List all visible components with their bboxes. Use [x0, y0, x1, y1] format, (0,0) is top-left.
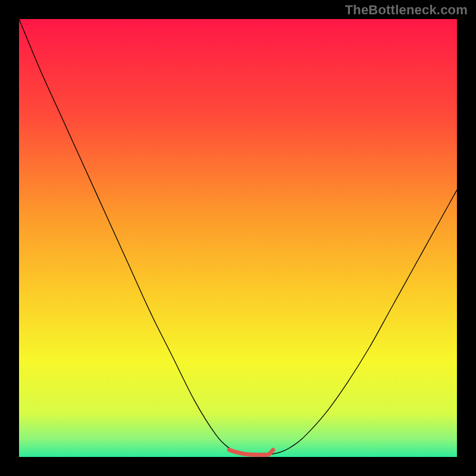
chart-plot-area [19, 19, 457, 457]
chart-svg [19, 19, 457, 457]
chart-background-gradient [19, 19, 457, 457]
watermark-text: TheBottleneck.com [345, 2, 468, 18]
